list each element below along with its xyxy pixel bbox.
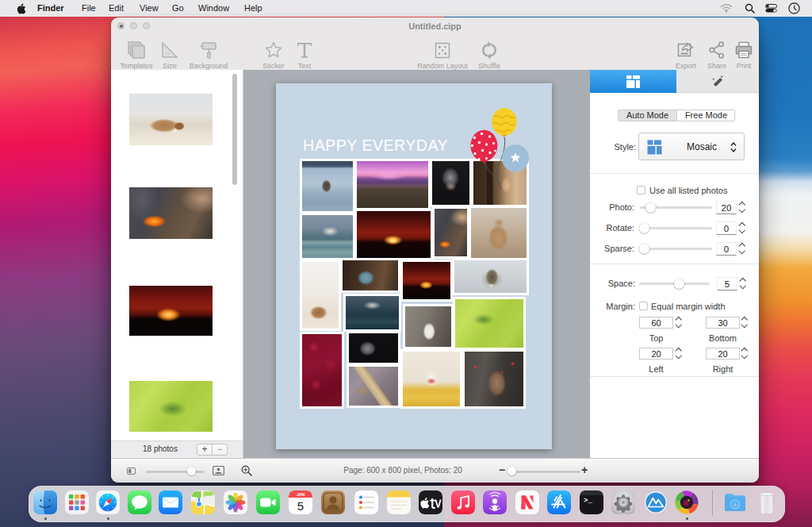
svg-text:>_: >_ [584,497,592,505]
svg-text:5: 5 [297,499,304,513]
svg-text:JAN: JAN [297,492,304,497]
